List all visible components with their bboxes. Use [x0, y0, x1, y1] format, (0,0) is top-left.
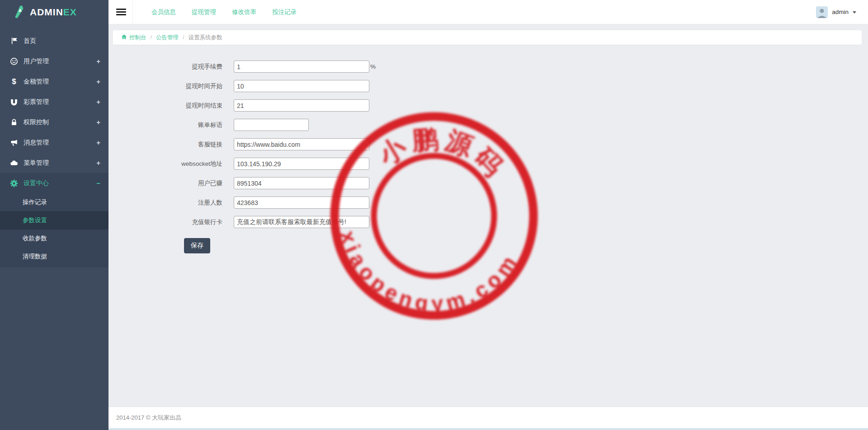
customer-service-link-input[interactable] — [234, 138, 369, 150]
registered-users-input[interactable] — [234, 196, 369, 209]
breadcrumb-announcements[interactable]: 公告管理 — [156, 34, 179, 42]
withdraw-start-time-input[interactable] — [234, 80, 369, 92]
field-label: 提现手续费 — [114, 63, 234, 71]
websocket-address-input[interactable] — [234, 158, 369, 170]
sidebar-item-messages[interactable]: 消息管理 + — [0, 132, 108, 153]
sidebar-subitem-clean-data[interactable]: 清理数据 — [0, 248, 108, 266]
submenu-label: 收款参数 — [23, 234, 47, 243]
sidebar-item-menus[interactable]: 菜单管理 + — [0, 153, 108, 173]
logo[interactable]: ADMINEX — [0, 0, 108, 24]
sidebar-item-label: 首页 — [24, 37, 36, 45]
logo-icon — [12, 5, 25, 20]
nav-link-withdraw-management[interactable]: 提现管理 — [192, 8, 216, 16]
sidebar: ADMINEX 首页 用户管理 + $ 金额管理 + 彩票管理 + — [0, 0, 108, 430]
sidebar-subitem-operation-log[interactable]: 操作记录 — [0, 193, 108, 211]
expand-plus-icon: + — [96, 118, 100, 126]
sidebar-item-label: 消息管理 — [24, 139, 49, 147]
navbar-divider — [132, 0, 133, 24]
sidebar-item-permissions[interactable]: 权限控制 + — [0, 112, 108, 132]
percent-suffix: % — [370, 63, 376, 70]
sidebar-item-amount[interactable]: $ 金额管理 + — [0, 71, 108, 92]
sidebar-item-label: 彩票管理 — [24, 98, 49, 106]
collapse-minus-icon: − — [96, 179, 100, 187]
sidebar-item-lottery[interactable]: 彩票管理 + — [0, 92, 108, 112]
user-menu[interactable]: admin — [816, 6, 856, 18]
field-label: 账单标语 — [114, 121, 234, 129]
field-label: 注册人数 — [114, 199, 234, 207]
brand-name: ADMINEX — [30, 7, 77, 18]
save-button[interactable]: 保存 — [184, 238, 210, 253]
field-label: 客服链接 — [114, 140, 234, 149]
nav-link-member-info[interactable]: 会员信息 — [151, 8, 176, 16]
caret-down-icon — [853, 11, 856, 14]
bill-slogan-input[interactable] — [234, 119, 309, 131]
field-label: websocket地址 — [114, 160, 234, 168]
main-area: 会员信息 提现管理 修改倍率 投注记录 admin 控制台 / 公告管理 / 设… — [108, 0, 868, 430]
system-parameters-form: 提现手续费 % 提现时间开始 提现时间结束 账单标语 客服链接 webso — [108, 45, 868, 253]
field-label: 提现时间开始 — [114, 82, 234, 90]
withdraw-end-time-input[interactable] — [234, 99, 369, 112]
dollar-icon: $ — [10, 78, 18, 86]
expand-plus-icon: + — [96, 159, 100, 167]
nav-link-bet-records[interactable]: 投注记录 — [272, 8, 297, 16]
sidebar-settings-section: 设置中心 − 操作记录 参数设置 收款参数 清理数据 — [0, 173, 108, 267]
submenu-label: 参数设置 — [23, 216, 47, 224]
field-label: 提现时间结束 — [114, 102, 234, 110]
top-navbar: 会员信息 提现管理 修改倍率 投注记录 admin — [108, 0, 868, 24]
content-area: 提现手续费 % 提现时间开始 提现时间结束 账单标语 客服链接 webso — [108, 45, 868, 407]
sidebar-item-label: 权限控制 — [24, 118, 49, 126]
expand-plus-icon: + — [96, 57, 100, 65]
nav-link-modify-odds[interactable]: 修改倍率 — [232, 8, 256, 16]
sidebar-item-label: 设置中心 — [24, 179, 49, 187]
window-bottom-edge — [108, 428, 868, 430]
bullhorn-icon — [10, 139, 18, 147]
user-icon — [10, 57, 18, 65]
sidebar-subitem-parameter-settings[interactable]: 参数设置 — [0, 211, 108, 229]
sidebar-item-home[interactable]: 首页 — [0, 31, 108, 51]
user-earned-input[interactable] — [234, 177, 369, 189]
sidebar-item-label: 菜单管理 — [24, 159, 49, 167]
expand-plus-icon: + — [96, 139, 100, 146]
breadcrumb-separator: / — [151, 34, 152, 41]
lock-icon — [10, 118, 18, 126]
sidebar-item-users[interactable]: 用户管理 + — [0, 51, 108, 71]
field-label: 充值银行卡 — [114, 218, 234, 226]
submenu-label: 操作记录 — [23, 198, 47, 206]
magnet-icon — [10, 98, 18, 106]
withdraw-fee-input[interactable] — [234, 61, 369, 73]
sidebar-item-settings[interactable]: 设置中心 − — [0, 173, 108, 193]
gear-icon — [10, 179, 18, 187]
username-label: admin — [832, 9, 849, 15]
avatar — [816, 6, 828, 18]
breadcrumb-current-page: 设置系统参数 — [188, 34, 222, 42]
menu-toggle-button[interactable] — [116, 5, 126, 19]
field-label: 用户已赚 — [114, 179, 234, 187]
breadcrumb-separator: / — [183, 34, 184, 41]
breadcrumb-console[interactable]: 控制台 — [121, 34, 146, 42]
submenu-label: 清理数据 — [23, 252, 47, 261]
page-footer: 2014-2017 © 大玩家出品 — [108, 407, 868, 428]
breadcrumb: 控制台 / 公告管理 / 设置系统参数 — [113, 30, 862, 45]
home-icon — [121, 34, 127, 41]
sidebar-item-label: 金额管理 — [24, 78, 49, 86]
recharge-bank-card-input[interactable] — [234, 216, 369, 228]
sidebar-subitem-payment-params[interactable]: 收款参数 — [0, 229, 108, 248]
cloud-icon — [10, 159, 18, 167]
flag-icon — [10, 37, 18, 45]
copyright-text: 2014-2017 © 大玩家出品 — [116, 414, 181, 422]
expand-plus-icon: + — [96, 78, 100, 85]
expand-plus-icon: + — [96, 98, 100, 106]
sidebar-item-label: 用户管理 — [24, 57, 49, 65]
